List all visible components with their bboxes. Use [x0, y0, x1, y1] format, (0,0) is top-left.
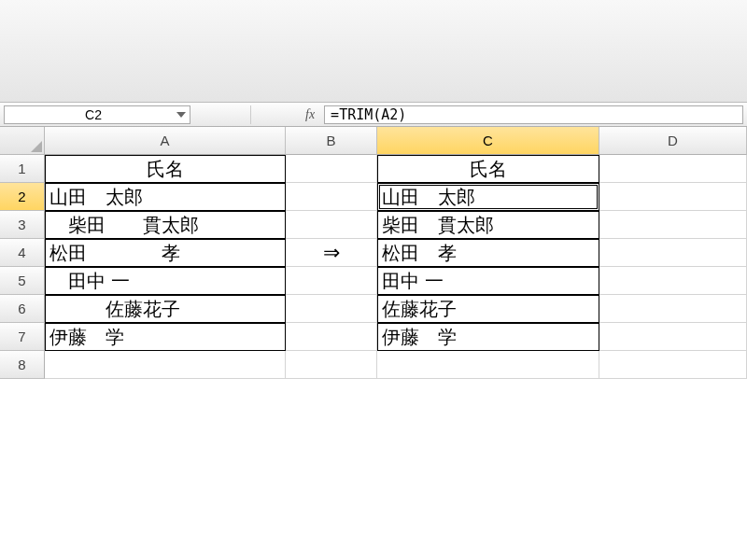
row-header-8[interactable]: 8	[0, 351, 45, 379]
select-all-icon	[31, 141, 42, 152]
cell-B6[interactable]	[286, 295, 377, 323]
cell-A5[interactable]: 田中 一	[45, 267, 286, 295]
cell-B2[interactable]	[286, 183, 377, 211]
name-box[interactable]: C2	[4, 105, 190, 124]
cell-C1[interactable]: 氏名	[377, 155, 599, 183]
name-box-dropdown[interactable]	[175, 107, 188, 122]
cell-D7[interactable]	[599, 323, 747, 351]
cell-D5[interactable]	[599, 267, 747, 295]
cell-C8[interactable]	[377, 351, 599, 379]
cell-C6[interactable]: 佐藤花子	[377, 295, 599, 323]
cell-A6[interactable]: 佐藤花子	[45, 295, 286, 323]
fx-icon[interactable]: fx	[305, 107, 315, 122]
name-box-value: C2	[12, 107, 175, 122]
cell-D3[interactable]	[599, 211, 747, 239]
row-header-3[interactable]: 3	[0, 211, 45, 239]
row-header-6[interactable]: 6	[0, 295, 45, 323]
cell-A1[interactable]: 氏名	[45, 155, 286, 183]
row-header-2[interactable]: 2	[0, 183, 45, 211]
cell-B5[interactable]	[286, 267, 377, 295]
cell-C4[interactable]: 松田 孝	[377, 239, 599, 267]
chevron-down-icon	[176, 112, 186, 118]
divider	[250, 105, 251, 124]
cell-C5[interactable]: 田中 一	[377, 267, 599, 295]
cell-D2[interactable]	[599, 183, 747, 211]
cell-C7[interactable]: 伊藤 学	[377, 323, 599, 351]
cell-A7[interactable]: 伊藤 学	[45, 323, 286, 351]
select-all-corner[interactable]	[0, 127, 45, 155]
cell-B7[interactable]	[286, 323, 377, 351]
cell-C3[interactable]: 柴田 貫太郎	[377, 211, 599, 239]
cell-D6[interactable]	[599, 295, 747, 323]
column-header-D[interactable]: D	[599, 127, 747, 155]
excel-wrapper: C2 fx =TRIM(A2) ABCD1氏名氏名2山田 太郎山田 太郎3 柴田…	[0, 0, 747, 560]
cell-B8[interactable]	[286, 351, 377, 379]
cell-B3[interactable]	[286, 211, 377, 239]
ribbon-placeholder	[0, 0, 747, 103]
formula-value: =TRIM(A2)	[331, 106, 406, 123]
column-header-C[interactable]: C	[377, 127, 599, 155]
cell-A4[interactable]: 松田 孝	[45, 239, 286, 267]
row-header-7[interactable]: 7	[0, 323, 45, 351]
cell-A3[interactable]: 柴田 貫太郎	[45, 211, 286, 239]
cell-D4[interactable]	[599, 239, 747, 267]
column-header-A[interactable]: A	[45, 127, 286, 155]
formula-bar-row: C2 fx =TRIM(A2)	[0, 103, 747, 127]
cell-D8[interactable]	[599, 351, 747, 379]
column-header-B[interactable]: B	[286, 127, 377, 155]
cell-A2[interactable]: 山田 太郎	[45, 183, 286, 211]
cell-A8[interactable]	[45, 351, 286, 379]
cell-B4[interactable]: ⇒	[286, 239, 377, 267]
row-header-1[interactable]: 1	[0, 155, 45, 183]
formula-input[interactable]: =TRIM(A2)	[324, 105, 743, 124]
row-header-5[interactable]: 5	[0, 267, 45, 295]
row-header-4[interactable]: 4	[0, 239, 45, 267]
cell-C2[interactable]: 山田 太郎	[377, 183, 599, 211]
cell-B1[interactable]	[286, 155, 377, 183]
spreadsheet-grid[interactable]: ABCD1氏名氏名2山田 太郎山田 太郎3 柴田 貫太郎柴田 貫太郎4松田 孝⇒…	[0, 127, 747, 379]
cell-D1[interactable]	[599, 155, 747, 183]
